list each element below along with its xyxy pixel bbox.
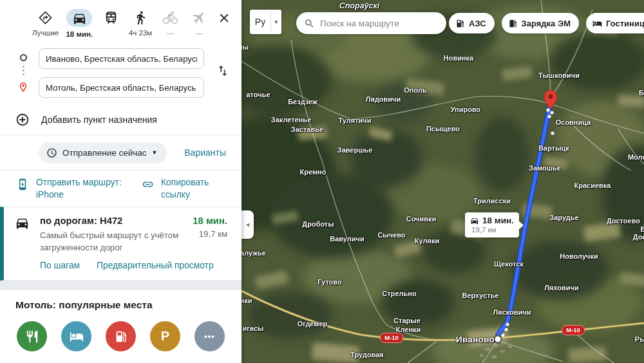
tooltip-distance: 19,7 км: [471, 226, 514, 234]
chevron-down-icon: ▼: [152, 149, 158, 156]
route-distance: 19,7 км: [199, 229, 227, 254]
origin-input[interactable]: [39, 48, 204, 69]
popular-places-buttons: P •••: [15, 321, 226, 351]
add-destination-button[interactable]: Добавить пункт назначения: [0, 104, 242, 135]
popular-restaurants-button[interactable]: [17, 321, 47, 351]
swap-vertical-icon: [216, 64, 230, 78]
bed-icon: [592, 19, 602, 28]
tab-flight[interactable]: —: [188, 9, 210, 37]
route-result-card[interactable]: по дорогам: Н472 18 мин. Самый быстрый м…: [0, 207, 242, 281]
search-icon: [304, 18, 315, 29]
ev-charger-icon: [508, 19, 518, 28]
fuel-pump-icon: [114, 330, 128, 344]
more-dots-icon: •••: [204, 331, 215, 341]
section-separator: [0, 281, 242, 290]
cycling-time-placeholder: —: [166, 29, 174, 37]
add-destination-label: Добавить пункт назначения: [41, 115, 157, 125]
departure-label: Отправление сейчас: [62, 148, 147, 158]
send-to-phone-button[interactable]: Отправить маршрут: iPhone: [17, 176, 142, 201]
send-to-phone-icon: [17, 178, 29, 191]
route-duration: 18 мин.: [193, 216, 227, 226]
search-input[interactable]: [320, 19, 439, 28]
popular-more-button[interactable]: •••: [194, 321, 225, 351]
satellite-map-art: [242, 0, 644, 363]
maps-route-app: Лучшие 18 мин. 4ч 23м: [0, 0, 644, 363]
best-routes-label: Лучшие: [32, 29, 59, 37]
clock-icon: [46, 147, 57, 158]
popular-places-section: Мотоль: популярные места P •••: [0, 290, 242, 351]
search-along-route[interactable]: [296, 12, 446, 34]
tab-best-routes[interactable]: Лучшие: [32, 9, 59, 37]
preview-link[interactable]: Предварительный просмотр: [97, 261, 214, 270]
car-icon: [470, 216, 479, 225]
route-panel: Лучшие 18 мин. 4ч 23м: [0, 0, 242, 363]
route-endpoints: [0, 40, 242, 104]
map-language-button[interactable]: Ру ▼: [250, 10, 281, 34]
tab-driving[interactable]: 18 мин.: [66, 9, 93, 38]
best-routes-icon: [37, 9, 54, 26]
filter-label: Зарядка ЭМ: [522, 19, 571, 28]
gas-stations-filter-button[interactable]: АЗС: [449, 13, 495, 33]
link-icon: [142, 178, 154, 191]
endpoint-icons: [15, 40, 31, 95]
steps-link[interactable]: По шагам: [40, 261, 80, 270]
tab-walking[interactable]: 4ч 23м: [129, 9, 152, 37]
popular-gas-stations-button[interactable]: [106, 321, 136, 351]
bike-icon: [162, 9, 178, 26]
tab-cycling[interactable]: —: [159, 9, 181, 37]
copy-link-button[interactable]: Копировать ссылку: [142, 176, 229, 201]
hotels-filter-button[interactable]: Гостиницы: [586, 13, 644, 33]
route-dots-icon: [23, 66, 24, 75]
fuel-pump-icon: [455, 19, 465, 28]
destination-input[interactable]: [39, 77, 204, 98]
route-info-tooltip[interactable]: 18 мин. 19,7 км: [465, 212, 519, 237]
map-canvas[interactable]: СпораўскіныНовинкаТышковичиОпольБуаточье…: [242, 0, 644, 363]
chevron-left-icon: ◄: [245, 221, 251, 228]
popular-hotels-button[interactable]: [61, 321, 91, 351]
route-description: Самый быстрый маршрут с учётом загруженн…: [40, 229, 199, 254]
route-start-marker: [494, 335, 501, 342]
close-icon: [217, 11, 231, 25]
car-icon: [4, 216, 40, 280]
walking-time-label: 4ч 23м: [129, 29, 152, 37]
chevron-down-icon[interactable]: ▼: [271, 19, 281, 25]
plane-icon: [191, 9, 207, 26]
travel-mode-tabs: Лучшие 18 мин. 4ч 23м: [0, 0, 242, 40]
popular-places-title: Мотоль: популярные места: [15, 299, 226, 311]
origin-circle-icon: [20, 54, 27, 61]
tooltip-duration: 18 мин.: [482, 216, 514, 225]
tab-transit[interactable]: [100, 9, 122, 26]
share-row: Отправить маршрут: iPhone Копировать ссы…: [0, 171, 242, 207]
close-directions-button[interactable]: [217, 11, 231, 28]
map-filter-buttons: АЗС Зарядка ЭМ Гостиницы: [449, 13, 644, 33]
walk-icon: [132, 9, 149, 26]
driving-time-label: 18 мин.: [66, 30, 93, 38]
restaurant-icon: [25, 330, 39, 344]
popular-parking-button[interactable]: P: [150, 321, 180, 351]
send-to-phone-label: Отправить маршрут: iPhone: [36, 176, 136, 201]
swap-endpoints-button[interactable]: [216, 64, 230, 80]
parking-icon: P: [161, 329, 169, 344]
plus-circle-icon: [15, 113, 30, 127]
collapse-panel-button[interactable]: ◄: [242, 210, 254, 239]
route-title: по дорогам: Н472: [40, 216, 193, 226]
filter-label: АЗС: [469, 19, 486, 28]
transit-icon: [102, 9, 119, 26]
filter-label: Гостиницы: [606, 19, 644, 28]
bed-icon: [70, 330, 84, 344]
departure-row: Отправление сейчас ▼ Варианты: [0, 135, 242, 170]
destination-pin-icon: [17, 80, 30, 95]
ev-charging-filter-button[interactable]: Зарядка ЭМ: [502, 13, 579, 33]
copy-link-label: Копировать ссылку: [161, 176, 229, 201]
departure-time-dropdown[interactable]: Отправление сейчас ▼: [39, 142, 167, 163]
car-icon: [66, 9, 92, 27]
language-label: Ру: [250, 10, 271, 33]
flight-time-placeholder: —: [195, 29, 203, 37]
route-options-link[interactable]: Варианты: [184, 147, 226, 158]
